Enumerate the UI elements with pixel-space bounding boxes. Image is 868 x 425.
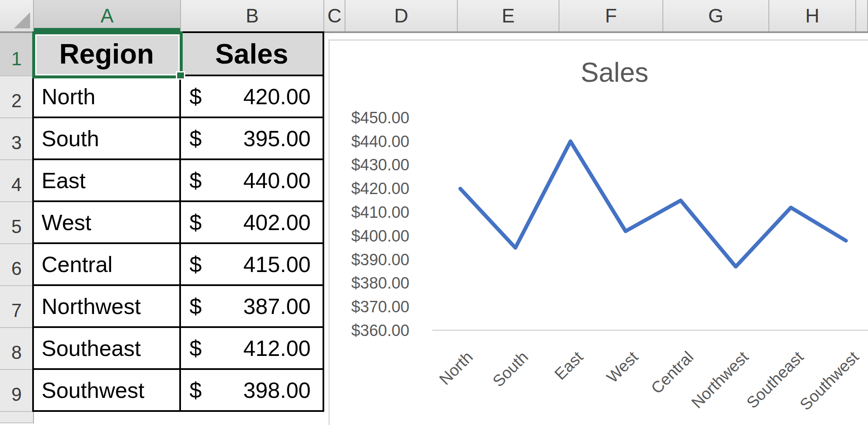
amount-value: 440.00 — [243, 168, 311, 193]
currency-symbol: $ — [189, 168, 202, 193]
cell-B7[interactable]: $387.00 — [181, 286, 324, 328]
column-header-E[interactable]: E — [458, 0, 559, 31]
currency-symbol: $ — [189, 84, 202, 109]
column-header-partial[interactable] — [856, 0, 868, 31]
column-header-C[interactable]: C — [324, 0, 345, 31]
cell-B3[interactable]: $395.00 — [181, 118, 324, 160]
cell-A7[interactable]: Northwest — [34, 286, 181, 328]
cell-B6[interactable]: $415.00 — [181, 244, 324, 286]
row-header-2[interactable]: 2 — [0, 76, 33, 118]
cell-A3[interactable]: South — [34, 118, 181, 160]
cell-A4[interactable]: East — [34, 160, 181, 202]
region-sales-table: Region Sales North$420.00South$395.00Eas… — [32, 31, 324, 412]
select-all-button[interactable] — [0, 0, 34, 31]
cell-B4[interactable]: $440.00 — [181, 160, 324, 202]
cell-B5[interactable]: $402.00 — [181, 202, 324, 244]
column-header-B[interactable]: B — [181, 0, 324, 31]
row-header-7[interactable]: 7 — [0, 286, 33, 328]
column-header-row: ABCDEFGH — [0, 0, 868, 33]
amount-value: 402.00 — [243, 210, 311, 235]
select-all-triangle-icon — [14, 12, 30, 28]
column-header-G[interactable]: G — [663, 0, 769, 31]
cell-A9[interactable]: Southwest — [34, 370, 181, 412]
currency-symbol: $ — [189, 378, 202, 403]
amount-value: 420.00 — [243, 84, 311, 109]
cell-B8[interactable]: $412.00 — [181, 328, 324, 370]
amount-value: 387.00 — [243, 294, 311, 319]
cell-B9[interactable]: $398.00 — [181, 370, 324, 412]
currency-symbol: $ — [189, 252, 202, 277]
cell-A6[interactable]: Central — [34, 244, 181, 286]
column-header-D[interactable]: D — [345, 0, 458, 31]
row-header-column: 123456789 — [0, 33, 34, 423]
excel-worksheet: ABCDEFGH 123456789 Region Sales North$42… — [0, 0, 868, 425]
amount-value: 395.00 — [243, 126, 311, 151]
sales-chart[interactable]: Sales $450.00$440.00$430.00$420.00$410.0… — [328, 39, 868, 425]
cell-B1[interactable]: Sales — [181, 33, 324, 76]
row-header-8[interactable]: 8 — [0, 328, 33, 370]
cell-A8[interactable]: Southeast — [34, 328, 181, 370]
currency-symbol: $ — [189, 210, 202, 235]
amount-value: 415.00 — [243, 252, 311, 277]
row-header-9[interactable]: 9 — [0, 370, 33, 412]
currency-symbol: $ — [189, 336, 202, 361]
sales-line — [460, 142, 846, 267]
row-header-3[interactable]: 3 — [0, 118, 33, 160]
row-header-partial[interactable] — [0, 412, 33, 423]
row-header-6[interactable]: 6 — [0, 244, 33, 286]
cell-B2[interactable]: $420.00 — [181, 76, 324, 118]
row-header-1[interactable]: 1 — [0, 33, 33, 76]
column-header-F[interactable]: F — [559, 0, 663, 31]
column-header-H[interactable]: H — [769, 0, 856, 31]
row-header-5[interactable]: 5 — [0, 202, 33, 244]
amount-value: 412.00 — [243, 336, 311, 361]
cell-A2[interactable]: North — [34, 76, 181, 118]
fill-handle[interactable] — [176, 71, 185, 80]
cell-A5[interactable]: West — [34, 202, 181, 244]
row-header-4[interactable]: 4 — [0, 160, 33, 202]
amount-value: 398.00 — [243, 378, 311, 403]
cell-A1[interactable]: Region — [34, 33, 181, 76]
currency-symbol: $ — [189, 294, 202, 319]
currency-symbol: $ — [189, 126, 202, 151]
column-header-A[interactable]: A — [34, 0, 181, 31]
